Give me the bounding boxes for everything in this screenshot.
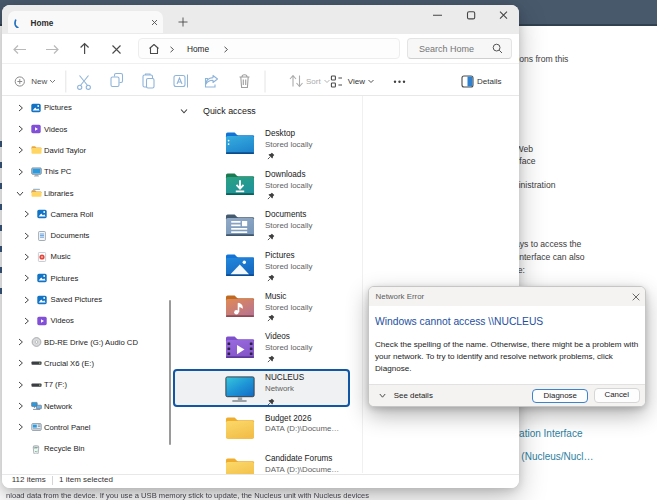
svg-text:View: View: [348, 77, 365, 86]
svg-text:Sort: Sort: [306, 77, 321, 86]
svg-text:Details: Details: [477, 77, 501, 86]
svg-text:New: New: [31, 77, 47, 86]
